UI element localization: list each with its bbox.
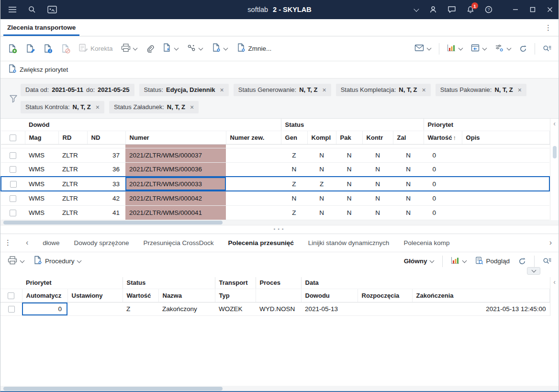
col-proces[interactable] <box>256 289 301 302</box>
table-row[interactable]: 0 Z Zakończony WOZEK WYD.NOSN 2021-05-13… <box>0 302 550 316</box>
tabs-scroll-right-icon[interactable]: › <box>549 238 552 247</box>
tabs-scroll-left-icon[interactable]: ‹ <box>26 238 28 247</box>
cell-kompl[interactable]: N <box>307 191 336 205</box>
cell-mag[interactable]: WMS <box>25 162 58 177</box>
cell-kontr[interactable]: N <box>362 148 393 162</box>
cell-wartosc[interactable]: 0 <box>424 148 462 162</box>
cell-dowodu[interactable]: 2021-05-13 <box>301 302 358 316</box>
cell-opis[interactable] <box>462 191 549 205</box>
table-row-clipped[interactable] <box>1 144 549 148</box>
maximize-button[interactable] <box>530 7 536 12</box>
row-checkbox[interactable] <box>10 152 16 159</box>
vertical-scrollbar-thumb[interactable] <box>553 146 557 158</box>
main-horizontal-scrollbar[interactable] <box>0 220 559 225</box>
cell-numer[interactable]: 2021/ZLTR/WMS/000037 <box>125 148 226 162</box>
col-opis[interactable]: Opis <box>462 131 549 144</box>
row-checkbox[interactable] <box>10 210 16 216</box>
cell-gen[interactable]: N <box>281 191 307 205</box>
session-dropdown-icon[interactable] <box>414 9 419 11</box>
user-icon[interactable] <box>429 6 437 13</box>
scrollbar-thumb[interactable] <box>3 221 223 224</box>
detail-tabs-menu-icon[interactable]: ⋮ <box>4 238 11 247</box>
cell-numer-zew[interactable] <box>226 205 281 220</box>
cell-typ[interactable]: WOZEK <box>215 302 256 316</box>
table-row[interactable]: WMS ZLTR 42 2021/ZLTR/WMS/000042 N N N N… <box>1 191 549 205</box>
filter-icon[interactable] <box>6 94 21 103</box>
notifications-icon[interactable]: 1 <box>467 6 474 13</box>
cell-rd[interactable]: ZLTR <box>58 162 87 177</box>
filter-chip-kompletacja[interactable]: Status Kompletacja: N, T, Z × <box>336 84 431 96</box>
close-button[interactable] <box>547 7 553 12</box>
cell-numer-focused[interactable]: 2021/ZLTR/WMS/000033 <box>125 177 226 191</box>
zwieksz-priorytet-button[interactable]: Zwiększ priorytet <box>5 62 70 78</box>
tab-overflow-icon[interactable]: ⋮ <box>538 23 559 32</box>
cell-nd[interactable]: 36 <box>87 162 125 177</box>
cell-wartosc[interactable]: Z <box>123 302 158 316</box>
col-nd[interactable]: ND <box>87 131 125 144</box>
col-dowodu[interactable]: Dowodu <box>301 289 358 302</box>
cell-gen[interactable]: Z <box>281 205 307 220</box>
cell-zal[interactable]: N <box>393 162 424 177</box>
col-numer[interactable]: Numer <box>125 131 226 144</box>
cell-zakonczenia[interactable]: 2021-05-13 12:45:00 <box>412 302 549 316</box>
filter-chip-pakowanie[interactable]: Status Pakowanie: N, T, Z × <box>436 84 526 96</box>
cell-proces[interactable]: WYD.NOSN <box>256 302 301 316</box>
select-all-checkbox[interactable] <box>8 292 14 299</box>
cell-kontr[interactable]: N <box>362 205 393 220</box>
row-checkbox[interactable] <box>8 306 15 313</box>
cell-rozpoczecia[interactable] <box>358 302 412 316</box>
cell-wartosc[interactable]: 0 <box>424 191 462 205</box>
refresh-button[interactable] <box>517 43 529 55</box>
cell-numer[interactable]: 2021/ZLTR/WMS/000041 <box>125 205 226 220</box>
quick-actions-button[interactable] <box>160 41 181 56</box>
row-checkbox[interactable] <box>10 166 16 173</box>
delete-document-button[interactable] <box>58 42 73 56</box>
window-switcher-icon[interactable] <box>47 6 57 13</box>
cell-kontr[interactable]: N <box>362 191 393 205</box>
cell-numer[interactable]: 2021/ZLTR/WMS/000042 <box>125 191 226 205</box>
search-filter-button[interactable] <box>540 43 554 55</box>
cell-nd[interactable]: 42 <box>87 191 125 205</box>
detail-tab-dowody-sprzezone[interactable]: Dowody sprzężone <box>74 239 129 246</box>
cell-mag[interactable]: WMS <box>25 191 58 205</box>
procedury-button[interactable]: Procedury <box>31 253 84 269</box>
splitter-handle[interactable]: ··· <box>0 225 559 234</box>
podglad-button[interactable]: Podgląd <box>473 254 512 269</box>
cell-numer-zew[interactable] <box>226 177 281 191</box>
detail-tab-polecenia-przesuniec[interactable]: Polecenia przesunięć <box>228 239 293 246</box>
cell-kontr[interactable]: N <box>362 162 393 177</box>
help-icon[interactable]: ? <box>485 6 492 13</box>
col-typ[interactable]: Typ <box>215 289 256 302</box>
document-operations-button[interactable] <box>209 41 231 56</box>
cell-kompl[interactable]: Z <box>307 177 336 191</box>
cell-pak[interactable]: N <box>336 162 362 177</box>
send-dropdown-icon[interactable] <box>426 48 431 50</box>
cell-nd[interactable]: 37 <box>87 148 125 162</box>
layout-dropdown-icon[interactable] <box>482 48 487 50</box>
tab-zlecenia-transportowe[interactable]: Zlecenia transportowe <box>0 19 82 36</box>
quick-actions-dropdown-icon[interactable] <box>174 48 179 50</box>
analysis-dropdown-icon[interactable] <box>458 48 463 50</box>
cell-nd[interactable]: 33 <box>87 177 125 191</box>
edit-document-button[interactable] <box>23 42 37 56</box>
cell-opis[interactable] <box>462 148 549 162</box>
cell-kompl[interactable]: N <box>307 205 336 220</box>
search-icon[interactable] <box>28 6 36 13</box>
add-document-button[interactable] <box>5 42 20 56</box>
col-zakonczenia[interactable]: Zakończenia <box>412 289 549 302</box>
col-wartosc[interactable]: Wartość <box>123 289 158 302</box>
col-mag[interactable]: Mag <box>25 131 58 144</box>
cell-numer-zew[interactable] <box>226 148 281 162</box>
cell-rd[interactable]: ZLTR <box>58 148 87 162</box>
col-rd[interactable]: RD <box>58 131 87 144</box>
col-nazwa[interactable]: Nazwa <box>158 289 215 302</box>
scrollbar-thumb[interactable] <box>3 387 223 391</box>
col-rozpoczecia[interactable]: Rozpoczęcia <box>358 289 412 302</box>
cell-opis[interactable] <box>462 205 549 220</box>
table-row[interactable]: WMS ZLTR 37 2021/ZLTR/WMS/000037 Z N N N… <box>1 148 549 162</box>
cell-kompl[interactable]: N <box>307 148 336 162</box>
col-automatyczny[interactable]: Automatycz <box>22 289 67 302</box>
menu-icon[interactable] <box>8 6 17 13</box>
detail-tab-przesuniecia-crossdock[interactable]: Przesunięcia CrossDock <box>143 239 213 246</box>
attachments-button[interactable] <box>144 42 157 55</box>
